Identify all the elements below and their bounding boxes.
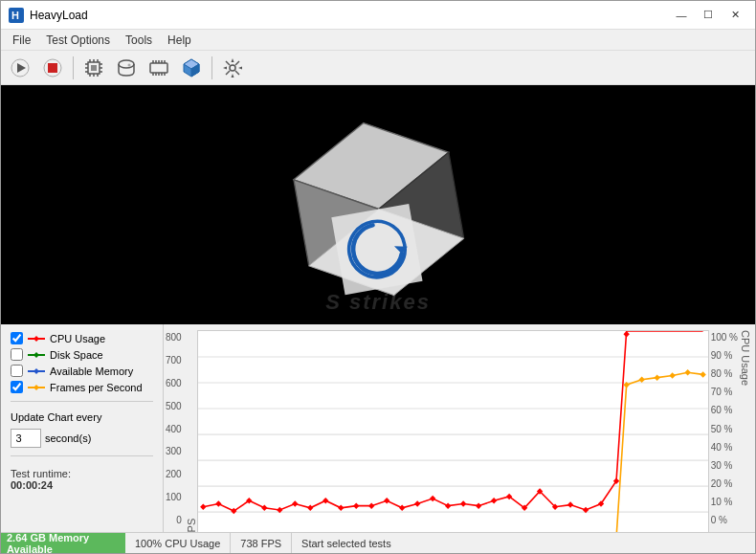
window-controls: — ☐ ✕ xyxy=(669,6,747,25)
svg-marker-96 xyxy=(684,369,690,375)
cpu-legend-label: CPU Usage xyxy=(50,333,105,344)
svg-marker-95 xyxy=(669,372,675,378)
menu-test-options[interactable]: Test Options xyxy=(38,32,118,49)
svg-rect-22 xyxy=(150,63,167,73)
legend-fps-row: Frames per Second xyxy=(11,381,153,393)
status-segments: 100% CPU Usage 738 FPS Start selected te… xyxy=(125,533,755,553)
svg-marker-87 xyxy=(567,501,573,507)
svg-marker-63 xyxy=(200,504,206,510)
memory-status: 2.64 GB Memory Available xyxy=(7,532,120,555)
legend-disk-row: Disk Space xyxy=(11,348,153,361)
svg-marker-73 xyxy=(353,502,359,508)
start-tests-button[interactable]: Start selected tests xyxy=(292,533,401,553)
svg-rect-7 xyxy=(91,65,97,71)
svg-marker-72 xyxy=(338,505,344,511)
cpu-checkbox[interactable] xyxy=(11,332,23,344)
svg-marker-74 xyxy=(368,502,374,508)
fps-legend-icon xyxy=(28,383,45,392)
memory-checkbox[interactable] xyxy=(11,365,23,377)
svg-marker-93 xyxy=(638,377,644,383)
y-axis-left: 800 700 600 500 400 300 200 100 0 xyxy=(166,330,184,532)
runtime-label: Test runtime: xyxy=(11,468,153,479)
svg-point-20 xyxy=(119,60,134,68)
svg-marker-70 xyxy=(307,505,313,511)
cpu-toolbar-button[interactable] xyxy=(78,54,109,82)
bottom-panel: CPU Usage Disk Space Available Memory xyxy=(1,324,755,532)
update-chart-label: Update Chart every xyxy=(11,411,101,423)
disk-toolbar-button[interactable] xyxy=(111,54,142,82)
svg-marker-51 xyxy=(33,352,39,358)
play-button[interactable] xyxy=(5,54,35,82)
svg-marker-3 xyxy=(17,63,26,73)
svg-marker-76 xyxy=(399,505,405,511)
svg-marker-82 xyxy=(491,498,497,503)
svg-line-39 xyxy=(235,61,239,65)
update-value-row: second(s) xyxy=(11,429,153,448)
stop-button[interactable] xyxy=(37,54,68,82)
svg-marker-67 xyxy=(261,505,267,511)
close-button[interactable]: ✕ xyxy=(723,6,747,25)
cpu-status: 100% CPU Usage xyxy=(125,533,231,553)
svg-marker-71 xyxy=(322,498,328,503)
update-chart-row: Update Chart every xyxy=(11,411,153,423)
svg-point-21 xyxy=(128,63,131,66)
y-label-right: CPU Usage xyxy=(738,330,751,532)
svg-line-37 xyxy=(226,61,230,65)
svg-point-36 xyxy=(230,65,235,71)
fps-legend-label: Frames per Second xyxy=(50,382,143,393)
disk-checkbox[interactable] xyxy=(11,348,23,361)
svg-marker-53 xyxy=(33,368,39,374)
update-interval-input[interactable] xyxy=(11,429,41,448)
memory-toolbar-button[interactable] xyxy=(144,54,174,82)
menu-file[interactable]: File xyxy=(5,32,38,49)
runtime-value: 00:00:24 xyxy=(11,479,153,491)
svg-marker-55 xyxy=(33,385,39,390)
chart-wrapper: 800 700 600 500 400 300 200 100 0 FPS xyxy=(166,330,751,532)
maximize-button[interactable]: ☐ xyxy=(696,6,721,25)
svg-marker-81 xyxy=(476,502,481,508)
menu-help[interactable]: Help xyxy=(160,32,199,49)
title-text: HeavyLoad xyxy=(30,9,88,22)
minimize-button[interactable]: — xyxy=(669,6,694,25)
svg-line-38 xyxy=(235,71,239,75)
title-bar: H HeavyLoad — ☐ ✕ xyxy=(1,1,755,30)
svg-marker-69 xyxy=(292,500,298,506)
left-panel: CPU Usage Disk Space Available Memory xyxy=(1,324,164,532)
watermark: S strikes xyxy=(325,290,431,315)
chart-area: 800 700 600 500 400 300 200 100 0 FPS xyxy=(164,324,755,532)
memory-legend-label: Available Memory xyxy=(50,366,133,377)
svg-marker-94 xyxy=(654,374,659,380)
svg-rect-5 xyxy=(48,63,57,73)
main-window: H HeavyLoad — ☐ ✕ File Test Options Tool… xyxy=(0,0,756,554)
update-unit-label: second(s) xyxy=(45,432,91,444)
y-axis-right: 100 % 90 % 80 % 70 % 60 % 50 % 40 % 30 %… xyxy=(709,330,738,532)
svg-marker-75 xyxy=(384,498,389,503)
app-icon: H xyxy=(9,8,24,23)
svg-rect-45 xyxy=(331,204,422,295)
status-bar: 2.64 GB Memory Available 100% CPU Usage … xyxy=(1,532,755,553)
svg-marker-77 xyxy=(414,500,420,506)
svg-marker-97 xyxy=(700,371,705,377)
disk-legend-label: Disk Space xyxy=(50,349,103,361)
settings-button[interactable] xyxy=(217,54,248,82)
svg-marker-78 xyxy=(430,496,435,501)
svg-marker-91 xyxy=(623,331,629,337)
svg-marker-64 xyxy=(215,500,221,506)
svg-marker-49 xyxy=(33,336,39,342)
runtime-section: Test runtime: 00:00:24 xyxy=(11,468,153,491)
disk-legend-icon xyxy=(28,350,45,360)
toolbar xyxy=(1,51,755,85)
status-progress-bar: 2.64 GB Memory Available xyxy=(1,533,125,553)
svg-text:H: H xyxy=(11,10,19,21)
fps-checkbox[interactable] xyxy=(11,381,23,393)
legend-cpu-row: CPU Usage xyxy=(11,332,153,344)
3d-toolbar-button[interactable] xyxy=(176,54,207,82)
y-label-left: FPS xyxy=(184,330,197,532)
render-area: S strikes xyxy=(1,85,755,324)
menu-bar: File Test Options Tools Help xyxy=(1,30,755,51)
menu-tools[interactable]: Tools xyxy=(118,32,160,49)
legend-memory-row: Available Memory xyxy=(11,365,153,377)
chart-svg xyxy=(198,331,708,532)
chart-inner xyxy=(197,330,709,532)
svg-marker-79 xyxy=(445,502,451,508)
